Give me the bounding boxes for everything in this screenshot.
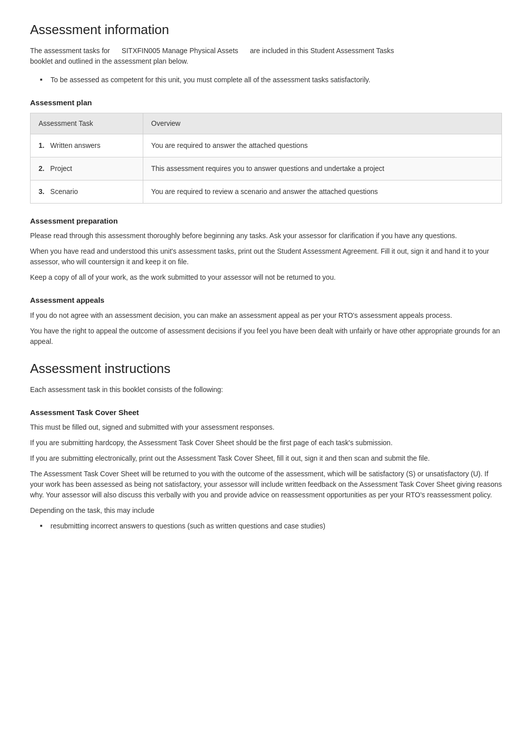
cover-sheet-para1: This must be filled out, signed and subm…: [30, 422, 502, 433]
course-code: SITXFIN005 Manage Physical Assets: [122, 47, 238, 55]
cover-sheet-section: Assessment Task Cover Sheet This must be…: [30, 407, 502, 532]
cover-sheet-bullet1: ■ resubmitting incorrect answers to ques…: [40, 521, 502, 531]
preparation-para2: When you have read and understood this u…: [30, 246, 502, 267]
appeals-para2: You have the right to appeal the outcome…: [30, 326, 502, 347]
competency-text: To be assessed as competent for this uni…: [51, 75, 371, 85]
overview-cell: You are required to answer the attached …: [143, 134, 501, 157]
overview-cell: This assessment requires you to answer q…: [143, 157, 501, 180]
assessment-information-section: Assessment information The assessment ta…: [30, 20, 502, 85]
assessment-table: Assessment Task Overview 1. Written answ…: [30, 113, 502, 204]
table-row: 2. ProjectThis assessment requires you t…: [31, 157, 502, 180]
intro-line2: booklet and outlined in the assessment p…: [30, 57, 188, 65]
page-heading: Assessment information: [30, 20, 502, 40]
instructions-heading: Assessment instructions: [30, 359, 502, 379]
assessment-plan-section: Assessment plan Assessment Task Overview…: [30, 97, 502, 204]
cover-sheet-bullet1-text: resubmitting incorrect answers to questi…: [51, 521, 326, 531]
cover-sheet-para4: The Assessment Task Cover Sheet will be …: [30, 469, 502, 500]
appeals-heading: Assessment appeals: [30, 295, 502, 306]
preparation-para1: Please read through this assessment thor…: [30, 231, 502, 241]
table-header-row: Assessment Task Overview: [31, 113, 502, 134]
competency-bullet: ■ To be assessed as competent for this u…: [40, 75, 502, 85]
bullet-icon: ■: [40, 77, 43, 83]
assessment-preparation-section: Assessment preparation Please read throu…: [30, 216, 502, 283]
task-cell: 1. Written answers: [31, 134, 143, 157]
assessment-appeals-section: Assessment appeals If you do not agree w…: [30, 295, 502, 347]
cover-sheet-heading: Assessment Task Cover Sheet: [30, 407, 502, 419]
table-row: 1. Written answersYou are required to an…: [31, 134, 502, 157]
intro-prefix: The assessment tasks for: [30, 47, 110, 55]
table-row: 3. ScenarioYou are required to review a …: [31, 180, 502, 203]
assessment-plan-heading: Assessment plan: [30, 97, 502, 109]
col-header-overview: Overview: [143, 113, 501, 134]
intro-suffix: are included in this Student Assessment …: [250, 47, 394, 55]
preparation-heading: Assessment preparation: [30, 216, 502, 227]
task-cell: 3. Scenario: [31, 180, 143, 203]
bullet-icon-2: ■: [40, 523, 43, 529]
col-header-task: Assessment Task: [31, 113, 143, 134]
task-cell: 2. Project: [31, 157, 143, 180]
appeals-para1: If you do not agree with an assessment d…: [30, 310, 502, 321]
cover-sheet-para5: Depending on the task, this may include: [30, 505, 502, 516]
preparation-para3: Keep a copy of all of your work, as the …: [30, 272, 502, 283]
overview-cell: You are required to review a scenario an…: [143, 180, 501, 203]
cover-sheet-para2: If you are submitting hardcopy, the Asse…: [30, 438, 502, 448]
cover-sheet-para3: If you are submitting electronically, pr…: [30, 453, 502, 464]
intro-paragraph: The assessment tasks for SITXFIN005 Mana…: [30, 46, 502, 67]
assessment-instructions-section: Assessment instructions Each assessment …: [30, 359, 502, 395]
instructions-intro: Each assessment task in this booklet con…: [30, 385, 502, 395]
